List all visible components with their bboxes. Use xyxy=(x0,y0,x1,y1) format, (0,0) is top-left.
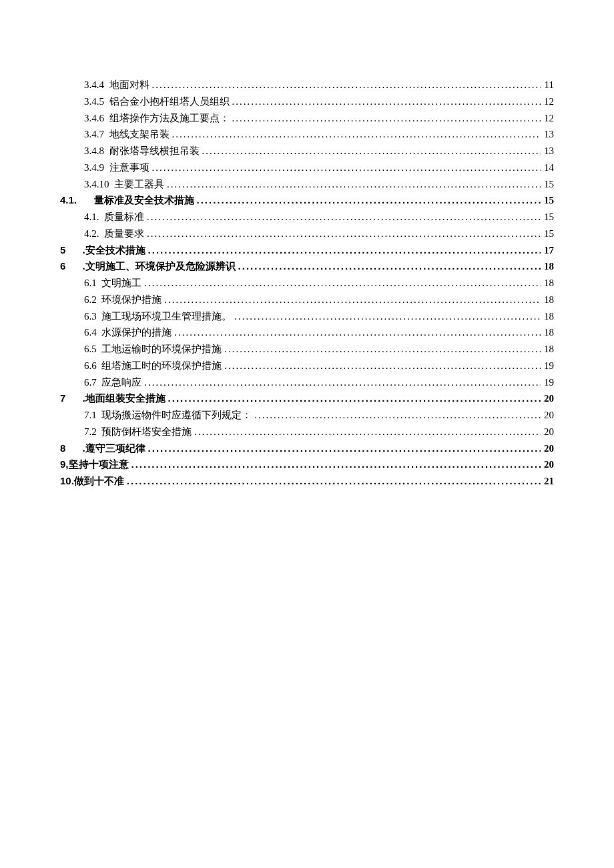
toc-entry-title: 工地运输时的环境保护措施 xyxy=(101,344,222,354)
toc-entry: 6.1文明施工18 xyxy=(60,275,554,292)
toc-page-number: 20 xyxy=(541,424,554,440)
toc-entry-label: 3.4.4地面对料 xyxy=(84,77,149,93)
toc-entry-label: 6.2环境保护措施 xyxy=(84,292,162,308)
toc-entry: 6.4水源保护的措施18 xyxy=(60,324,554,341)
toc-entry: 7.地面组装安全措施20 xyxy=(60,390,554,407)
toc-entry-label: 3.4.7地线支架吊装 xyxy=(84,126,170,143)
toc-leader xyxy=(149,159,541,176)
toc-page-number: 11 xyxy=(541,77,554,93)
toc-entry-number: 6.5 xyxy=(84,344,97,354)
toc-entry-title: 耐张塔导线横担吊装 xyxy=(109,145,200,156)
toc-entry: 6.文明施工、环境保护及危险源辨识18 xyxy=(60,258,554,275)
toc-page-number: 15 xyxy=(541,226,554,242)
toc-entry: 7.1现场搬运物件时应遵循下列规定：20 xyxy=(60,407,554,424)
toc-page-number: 18 xyxy=(541,324,554,341)
toc-entry-title: .遵守三项纪律 xyxy=(83,443,145,454)
toc-entry-title: 做到十不准 xyxy=(74,476,124,486)
toc-entry-number: 3.4.10 xyxy=(84,179,109,189)
toc-entry-label: 7.1现场搬运物件时应遵循下列规定： xyxy=(84,407,252,424)
toc-page-number: 18 xyxy=(541,292,554,308)
toc-entry-label: 6.5工地运输时的环境保护措施 xyxy=(84,341,222,358)
toc-leader xyxy=(170,126,541,143)
toc-page-number: 14 xyxy=(541,159,554,176)
toc-entry: 3.4.5铝合金小抱杆组塔人员组织12 xyxy=(60,93,554,110)
toc-page-number: 15 xyxy=(541,176,554,193)
toc-entry: 3.4.10主要工器具15 xyxy=(60,176,554,193)
toc-entry-title: 环境保护措施 xyxy=(101,294,162,305)
toc-entry-label: 3.4.10主要工器具 xyxy=(84,176,164,193)
toc-entry-title: 质量要求 xyxy=(104,228,144,239)
toc-leader xyxy=(230,110,541,127)
toc-leader xyxy=(141,275,541,292)
toc-entry: 3.4.7地线支架吊装13 xyxy=(60,126,554,143)
toc-entry-title: 注意事项 xyxy=(109,162,149,173)
toc-page-number: 18 xyxy=(541,341,554,358)
toc-leader xyxy=(252,407,541,424)
toc-leader xyxy=(145,440,541,457)
toc-entry: 7.2预防倒杆塔安全措施20 xyxy=(60,424,554,440)
toc-entry-number: 4.1. xyxy=(60,194,77,205)
toc-entry-title: 地面对料 xyxy=(109,79,149,90)
toc-leader xyxy=(222,341,541,358)
toc-entry-number: 8 xyxy=(60,442,65,454)
toc-entry-label: 6.4水源保护的措施 xyxy=(84,324,172,341)
toc-entry-title: .地面组装安全措施 xyxy=(83,393,166,404)
toc-entry-label: 6.7应急响应 xyxy=(84,374,141,391)
toc-leader xyxy=(149,77,541,93)
toc-leader xyxy=(230,93,541,110)
toc-entry-label: 4.2.质量要求 xyxy=(84,226,144,242)
toc-entry: 6.2环境保护措施18 xyxy=(60,292,554,308)
toc-entry-number: 10. xyxy=(60,475,74,486)
toc-entry-title: 组塔施工时的环境保护措施 xyxy=(101,360,222,371)
toc-entry-number: 9, xyxy=(60,458,69,470)
toc-entry-number: 6.2 xyxy=(84,294,97,305)
toc-leader xyxy=(162,292,541,308)
toc-page-number: 18 xyxy=(541,275,554,292)
toc-entry-number: 6 xyxy=(60,260,65,272)
toc-entry-label: 6.3施工现场环境卫生管理措施。 xyxy=(84,308,232,325)
toc-entry: 6.5工地运输时的环境保护措施18 xyxy=(60,341,554,358)
toc-entry-label: 4.1.质量标准 xyxy=(84,209,144,226)
toc-page-number: 15 xyxy=(541,192,554,209)
toc-page-number: 18 xyxy=(541,308,554,325)
toc-entry-number: 3.4.5 xyxy=(84,96,104,107)
toc-leader xyxy=(194,192,541,209)
toc-entry-number: 4.1. xyxy=(84,211,99,222)
toc-page-number: 19 xyxy=(541,374,554,391)
toc-entry-label: 3.4.6组塔操作方法及施工要点： xyxy=(84,110,230,127)
toc-leader xyxy=(124,473,541,490)
toc-page-number: 20 xyxy=(541,456,554,473)
toc-entry: 6.3施工现场环境卫生管理措施。18 xyxy=(60,308,554,325)
toc-entry-label: 10.做到十不准 xyxy=(60,473,124,490)
toc-entry-label: 8.遵守三项纪律 xyxy=(60,440,145,457)
toc-entry-title: 施工现场环境卫生管理措施。 xyxy=(101,311,232,322)
toc-entry-number: 7 xyxy=(60,392,65,404)
toc-entry-number: 6.4 xyxy=(84,327,97,338)
toc-entry: 8.遵守三项纪律20 xyxy=(60,440,554,457)
toc-entry-title: 质量标准 xyxy=(104,211,144,222)
toc-entry-number: 6.6 xyxy=(84,360,97,371)
toc-entry-title: 应急响应 xyxy=(101,377,141,388)
toc-page-number: 20 xyxy=(541,440,554,457)
toc-entry: 4.1.量标准及安全技术措施15 xyxy=(60,192,554,209)
toc-entry-label: 3.4.9注意事项 xyxy=(84,159,149,176)
toc-page-number: 12 xyxy=(541,93,554,110)
toc-entry-title: 主要工器具 xyxy=(114,179,164,189)
toc-leader xyxy=(232,308,541,325)
toc-entry-number: 3.4.9 xyxy=(84,162,104,173)
toc-entry-label: 6.1文明施工 xyxy=(84,275,141,292)
toc-leader xyxy=(200,143,541,159)
toc-entry-label: 9,坚持十项注意 xyxy=(60,456,129,473)
toc-page-number: 19 xyxy=(541,358,554,374)
toc-page-number: 15 xyxy=(541,209,554,226)
toc-entry-number: 6.1 xyxy=(84,278,97,288)
toc-page-number: 12 xyxy=(541,110,554,127)
toc-leader xyxy=(144,209,541,226)
toc-leader xyxy=(166,390,541,407)
toc-entry-label: 3.4.5铝合金小抱杆组塔人员组织 xyxy=(84,93,230,110)
toc-entry: 3.4.4地面对料11 xyxy=(60,77,554,93)
toc-entry-title: 水源保护的措施 xyxy=(101,327,172,338)
toc-entry: 3.4.9注意事项14 xyxy=(60,159,554,176)
toc-entry-number: 5 xyxy=(60,244,65,256)
toc-entry-number: 7.2 xyxy=(84,426,97,437)
